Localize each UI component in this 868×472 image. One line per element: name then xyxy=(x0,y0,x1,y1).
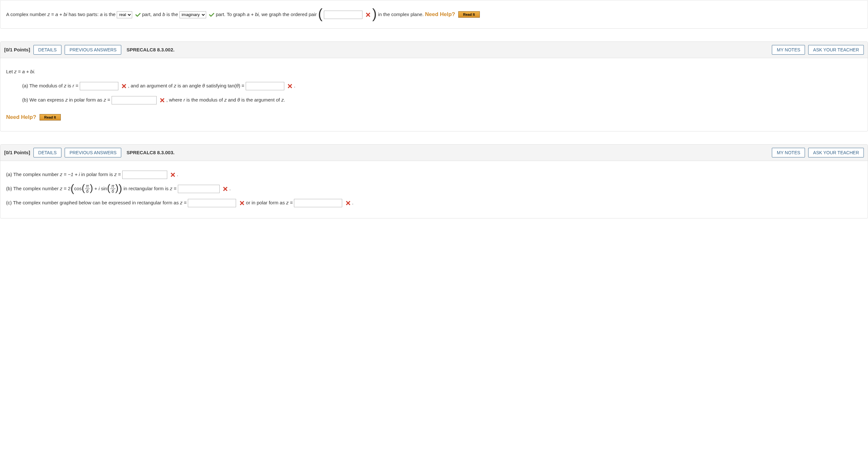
paren-left: ( xyxy=(318,6,322,21)
period: . xyxy=(294,83,295,88)
check-icon xyxy=(135,12,141,18)
q2-z: z xyxy=(174,83,177,88)
period: . xyxy=(352,200,353,205)
q2-r: r xyxy=(183,97,185,102)
q1-text: has two parts: xyxy=(68,11,100,17)
cross-icon xyxy=(121,83,127,89)
paren-right: ) xyxy=(116,182,119,193)
q1-text: part, and xyxy=(142,11,162,17)
period: . xyxy=(177,172,178,177)
previous-answers-button[interactable]: PREVIOUS ANSWERS xyxy=(65,45,121,55)
q3b-cos: cos xyxy=(74,186,82,191)
question-2: [0/1 Points] DETAILS PREVIOUS ANSWERS SP… xyxy=(0,41,868,131)
q1-text: part. To graph xyxy=(216,11,247,17)
q2-intro-expr: z = a + bi. xyxy=(14,69,35,74)
q2-theta: θ xyxy=(237,97,240,102)
ordered-pair-input[interactable] xyxy=(324,10,363,19)
need-help: Need Help? Read It xyxy=(425,8,480,21)
period: . xyxy=(284,97,285,102)
paren-left: ( xyxy=(107,182,110,193)
q1-text: in the complex plane. xyxy=(378,11,424,17)
points-label: [0/1 Points] xyxy=(4,47,30,53)
check-icon xyxy=(209,12,215,18)
rectangular-form-input[interactable] xyxy=(178,185,220,193)
read-it-button[interactable]: Read It xyxy=(39,114,61,121)
polar-form-input[interactable] xyxy=(112,96,157,104)
question-1: A complex number z = a + bi has two part… xyxy=(0,0,868,29)
q2a-text: satisfying tan( xyxy=(206,83,236,88)
question-ref: SPRECALC8 8.3.002. xyxy=(126,47,174,53)
ask-teacher-button[interactable]: ASK YOUR TEACHER xyxy=(808,148,864,158)
select-imaginary[interactable]: imaginary xyxy=(180,11,206,18)
fraction-pi-6: π6 xyxy=(85,184,90,194)
cross-icon xyxy=(287,83,293,89)
q2a-text: ) = xyxy=(239,83,246,88)
question-1-body: A complex number z = a + bi has two part… xyxy=(0,0,868,28)
q3b-plus: + xyxy=(94,186,98,191)
q3b-i: i xyxy=(98,186,101,191)
need-help-label: Need Help? xyxy=(6,111,36,124)
modulus-input[interactable] xyxy=(80,82,118,90)
q1-b: b xyxy=(162,11,165,17)
polar-form-input[interactable] xyxy=(122,171,167,179)
q1-expr: z = a + bi xyxy=(47,11,67,17)
cross-icon xyxy=(365,12,371,18)
q2-r-eq: r = xyxy=(72,83,80,88)
q3a-text: (a) The complex number xyxy=(6,172,60,177)
q3a-text: in polar form is xyxy=(81,172,115,177)
read-it-button[interactable]: Read It xyxy=(458,11,480,18)
q3b-sin: sin xyxy=(101,186,107,191)
question-3-body: (a) The complex number z = −1 + i in pol… xyxy=(0,161,868,218)
q2-z-eq: z = xyxy=(103,97,112,102)
q1-text: A complex number xyxy=(6,11,47,17)
question-3-header: [0/1 Points] DETAILS PREVIOUS ANSWERS SP… xyxy=(0,144,868,161)
q3-z-eq: z = xyxy=(114,172,122,177)
cross-icon xyxy=(222,186,228,192)
rectangular-form-input[interactable] xyxy=(188,199,236,207)
my-notes-button[interactable]: MY NOTES xyxy=(772,148,805,158)
paren-right: ) xyxy=(119,182,122,194)
q2a-label: (a) The modulus of xyxy=(22,83,64,88)
q2-theta: θ xyxy=(202,83,205,88)
q2-z: z xyxy=(64,83,67,88)
my-notes-button[interactable]: MY NOTES xyxy=(772,45,805,55)
q2-z: z xyxy=(224,97,227,102)
ask-teacher-button[interactable]: ASK YOUR TEACHER xyxy=(808,45,864,55)
q1-a: a xyxy=(100,11,102,17)
q1-expr2: a + bi, xyxy=(247,11,260,17)
q3-z-eq: z = xyxy=(286,200,294,205)
select-real[interactable]: real xyxy=(117,11,132,18)
paren-right: ) xyxy=(372,6,377,21)
q1-text: is the xyxy=(166,11,180,17)
q2a-text: is xyxy=(67,83,72,88)
q2a-text: , and an argument of xyxy=(128,83,174,88)
cross-icon xyxy=(239,200,245,206)
q3-z-eq: z = xyxy=(60,186,68,191)
q3c-text: (c) The complex number graphed below can… xyxy=(6,200,180,205)
q3b-coef: 2 xyxy=(68,186,70,191)
q2b-text: , where xyxy=(166,97,183,102)
paren-left: ( xyxy=(70,182,74,194)
previous-answers-button[interactable]: PREVIOUS ANSWERS xyxy=(65,148,121,158)
q3c-text: or in polar form as xyxy=(246,200,286,205)
question-3: [0/1 Points] DETAILS PREVIOUS ANSWERS SP… xyxy=(0,144,868,218)
paren-right: ) xyxy=(90,182,93,193)
q2b-text: and xyxy=(228,97,237,102)
tan-theta-input[interactable] xyxy=(246,82,284,90)
details-button[interactable]: DETAILS xyxy=(33,148,61,158)
polar-form-input[interactable] xyxy=(294,199,342,207)
q2a-text: is an angle xyxy=(178,83,202,88)
q2b-label: (b) We can express xyxy=(22,97,65,102)
points-label: [0/1 Points] xyxy=(4,150,30,155)
question-2-body: Let z = a + bi. (a) The modulus of z is … xyxy=(0,58,868,131)
cross-icon xyxy=(170,172,176,178)
cross-icon xyxy=(159,97,165,103)
details-button[interactable]: DETAILS xyxy=(33,45,61,55)
question-ref: SPRECALC8 8.3.003. xyxy=(126,150,174,155)
period: . xyxy=(229,186,230,191)
cross-icon xyxy=(345,200,351,206)
fraction-pi-6: π6 xyxy=(110,184,115,194)
q2b-text: in polar form as xyxy=(69,97,104,102)
need-help-label: Need Help? xyxy=(425,8,455,21)
q1-text: we graph the ordered pair xyxy=(261,11,318,17)
